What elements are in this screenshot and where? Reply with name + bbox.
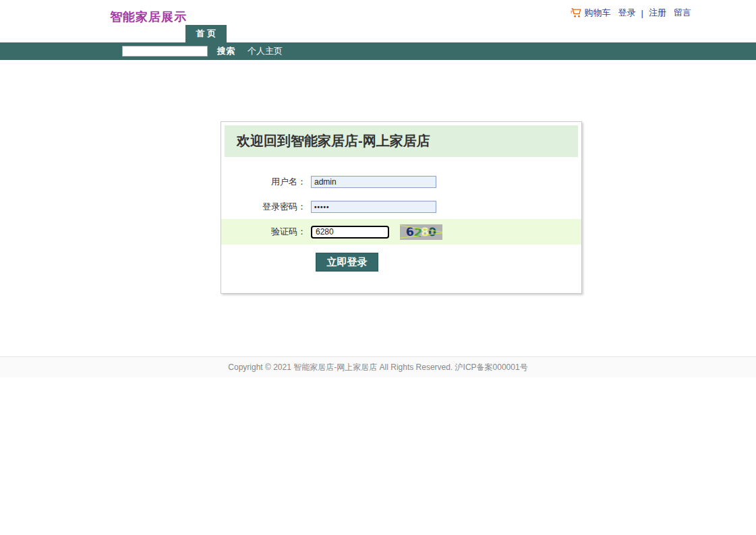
site-logo: 智能家居展示 [110,9,187,25]
message-link[interactable]: 留言 [674,7,691,19]
login-button[interactable]: 立即登录 [316,253,378,272]
tab-home[interactable]: 首 页 [185,25,227,42]
header: 智能家居展示 购物车 登录 | 注册 留言 首 页 [0,0,756,42]
link-separator: | [641,8,643,18]
search-button[interactable]: 搜索 [217,45,235,57]
password-input[interactable] [311,201,436,213]
cart-link[interactable]: 购物车 [585,7,611,19]
top-links: 购物车 登录 | 注册 留言 [571,7,691,19]
password-label: 登录密码： [221,201,306,213]
footer: Copyright © 2021 智能家居店-网上家居店 All Rights … [0,356,756,377]
captcha-input[interactable] [311,226,389,239]
cart-icon [571,8,581,18]
username-row: 用户名： [221,172,581,192]
register-link[interactable]: 注册 [649,7,666,19]
copyright-text: Copyright © 2021 智能家居店-网上家居店 All Rights … [228,362,527,373]
captcha-label: 验证码： [221,226,306,238]
login-title: 欢迎回到智能家居店-网上家居店 [225,125,578,157]
login-link[interactable]: 登录 [618,7,636,19]
profile-link[interactable]: 个人主页 [248,45,283,57]
captcha-digit: 0 [428,226,437,238]
captcha-image[interactable]: 6 2 8 0 [400,224,442,240]
search-input[interactable] [122,46,208,57]
captcha-row: 验证码： 6 2 8 0 [221,219,581,245]
username-input[interactable] [311,176,436,188]
login-panel: 欢迎回到智能家居店-网上家居店 用户名： 登录密码： 验证码： 6 2 8 0 … [221,121,582,294]
username-label: 用户名： [221,176,306,188]
password-row: 登录密码： [221,197,581,217]
main-content: 欢迎回到智能家居店-网上家居店 用户名： 登录密码： 验证码： 6 2 8 0 … [0,60,756,356]
navbar: 搜索 个人主页 [0,42,756,60]
